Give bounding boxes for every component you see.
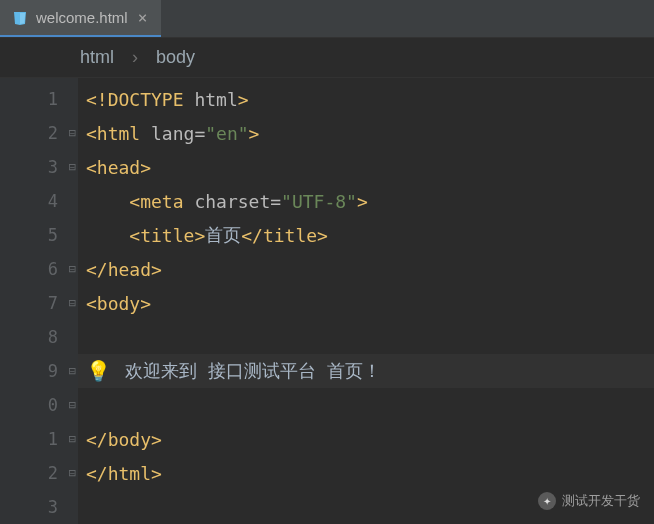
code-line: <html lang="en">: [78, 116, 654, 150]
html-file-icon: [12, 10, 28, 26]
code-line: <title>首页</title>: [78, 218, 654, 252]
tab-label: welcome.html: [36, 9, 128, 26]
close-icon[interactable]: ×: [136, 8, 150, 27]
line-number: 2: [48, 123, 58, 143]
breadcrumb-item[interactable]: html: [80, 47, 114, 68]
code-line: [78, 388, 654, 422]
fold-icon[interactable]: ⊟: [69, 398, 76, 412]
breadcrumb-item[interactable]: body: [156, 47, 195, 68]
chevron-right-icon: ›: [132, 47, 138, 68]
line-number: 4: [48, 191, 58, 211]
code-line: </head>: [78, 252, 654, 286]
line-number: 8: [48, 327, 58, 347]
watermark-text: 测试开发干货: [562, 492, 640, 510]
fold-icon[interactable]: ⊟: [69, 126, 76, 140]
line-number: 7: [48, 293, 58, 313]
code-area[interactable]: <!DOCTYPE html> <html lang="en"> <head> …: [78, 78, 654, 524]
line-number: 3: [48, 497, 58, 517]
wechat-icon: ✦: [538, 492, 556, 510]
breadcrumb: html › body: [0, 38, 654, 78]
code-line: <meta charset="UTF-8">: [78, 184, 654, 218]
code-line: [78, 320, 654, 354]
gutter: 1 2⊟ 3⊟ 4 5 6⊟ 7⊟ 8 9⊟ 0⊟ 1⊟ 2⊟ 3: [0, 78, 78, 524]
editor: 1 2⊟ 3⊟ 4 5 6⊟ 7⊟ 8 9⊟ 0⊟ 1⊟ 2⊟ 3 <!DOCT…: [0, 78, 654, 524]
code-line: <!DOCTYPE html>: [78, 82, 654, 116]
tab-bar: welcome.html ×: [0, 0, 654, 38]
watermark: ✦ 测试开发干货: [538, 492, 640, 510]
fold-icon[interactable]: ⊟: [69, 160, 76, 174]
fold-icon[interactable]: ⊟: [69, 432, 76, 446]
fold-icon[interactable]: ⊟: [69, 262, 76, 276]
fold-icon[interactable]: ⊟: [69, 364, 76, 378]
lightbulb-icon[interactable]: 💡: [86, 359, 111, 383]
code-line-highlighted: 💡欢迎来到 接口测试平台 首页！: [78, 354, 654, 388]
line-number: 6: [48, 259, 58, 279]
line-number: 1: [48, 429, 58, 449]
code-line: <head>: [78, 150, 654, 184]
line-number: 9: [48, 361, 58, 381]
line-number: 0: [48, 395, 58, 415]
code-line: <body>: [78, 286, 654, 320]
line-number: 2: [48, 463, 58, 483]
tab-welcome[interactable]: welcome.html ×: [0, 0, 161, 37]
code-line: </body>: [78, 422, 654, 456]
code-line: </html>: [78, 456, 654, 490]
line-number: 3: [48, 157, 58, 177]
fold-icon[interactable]: ⊟: [69, 466, 76, 480]
line-number: 5: [48, 225, 58, 245]
fold-icon[interactable]: ⊟: [69, 296, 76, 310]
line-number: 1: [48, 89, 58, 109]
